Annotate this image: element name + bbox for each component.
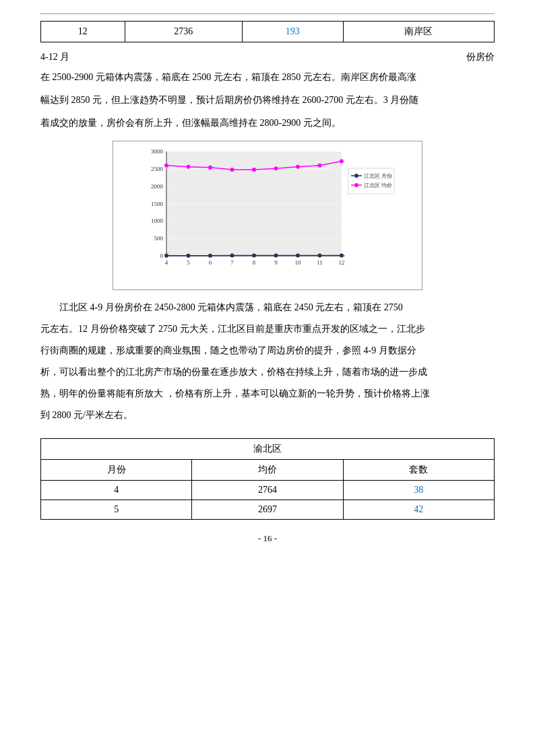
yubei-row1-price: 2764: [192, 481, 343, 500]
yubei-header-price: 均价: [192, 460, 343, 481]
yubei-row2-month: 5: [41, 500, 192, 520]
svg-text:江北区    月份: 江北区 月份: [364, 173, 392, 179]
para-jb5: 熟，明年的份量将能有所放大 ，价格有所上升，基本可以确立新的一轮升势，预计价格将…: [40, 384, 495, 403]
svg-point-28: [208, 254, 212, 258]
svg-point-37: [208, 166, 212, 170]
svg-text:12: 12: [339, 259, 345, 266]
yubei-section: 渝北区 月份 均价 套数 4 2764 38 5 2697 42: [40, 438, 495, 520]
svg-point-46: [354, 174, 358, 178]
svg-point-31: [274, 254, 278, 258]
svg-text:1000: 1000: [151, 217, 164, 224]
svg-point-30: [252, 254, 256, 258]
para-jb1: 江北区 4-9 月份房价在 2450-2800 元箱体内震荡，箱底在 2450 …: [40, 298, 495, 317]
svg-text:7: 7: [230, 259, 234, 266]
yubei-row2-count: 42: [343, 500, 494, 520]
yubei-header-count: 套数: [343, 460, 494, 481]
svg-point-29: [230, 254, 234, 258]
para2: 在 2500-2900 元箱体内震荡，箱底在 2500 元左右，箱顶在 2850…: [40, 68, 495, 87]
svg-text:江北区    均价: 江北区 均价: [364, 182, 392, 188]
para-jb2: 元左右。12 月份价格突破了 2750 元大关，江北区目前是重庆市重点开发的区域…: [40, 320, 495, 339]
svg-point-32: [296, 254, 300, 258]
svg-point-49: [354, 183, 358, 187]
svg-point-42: [318, 164, 322, 168]
para-jb3: 行街商圈的规建，形成重要的商业氛围，随之也带动了周边房价的提升，参照 4-9 月…: [40, 341, 495, 360]
svg-text:8: 8: [253, 259, 256, 266]
chart-svg: 3000 2500 2000 1500 1000 500 0 4 5 6 7 8…: [120, 148, 415, 269]
svg-point-26: [164, 254, 168, 258]
yubei-row2-price: 2697: [192, 500, 343, 520]
svg-text:6: 6: [209, 259, 212, 266]
svg-point-43: [340, 160, 344, 164]
chart-area: 3000 2500 2000 1500 1000 500 0 4 5 6 7 8…: [120, 148, 415, 269]
yubei-title: 渝北区: [41, 439, 495, 460]
para-jb4: 析，可以看出整个的江北房产市场的份量在逐步放大，价格在持续上升，随着市场的进一步…: [40, 363, 495, 382]
top-table: 12 2736 193 南岸区: [40, 21, 495, 42]
top-table-col1: 12: [41, 22, 125, 42]
svg-text:2500: 2500: [151, 166, 164, 172]
yubei-row1-count: 38: [343, 481, 494, 500]
top-divider: [40, 13, 495, 14]
page-number: - 16 -: [40, 533, 495, 544]
svg-text:4: 4: [165, 259, 168, 266]
svg-text:3000: 3000: [151, 148, 164, 155]
para1-right: 份房价: [466, 48, 495, 67]
yubei-row1-month: 4: [41, 481, 192, 500]
para1-left: 4-12 月: [40, 48, 69, 67]
para4: 着成交的放量，房价会有所上升，但涨幅最高维持在 2800-2900 元之间。: [40, 114, 495, 133]
svg-text:500: 500: [154, 235, 164, 242]
svg-text:2000: 2000: [151, 183, 164, 190]
yubei-header-month: 月份: [41, 460, 192, 481]
svg-point-34: [340, 253, 344, 257]
svg-text:5: 5: [187, 259, 190, 266]
svg-point-39: [252, 168, 256, 172]
svg-point-27: [187, 254, 191, 258]
para3: 幅达到 2850 元，但上涨趋势不明显，预计后期房价仍将维持在 2600-270…: [40, 91, 495, 110]
svg-point-35: [164, 164, 168, 168]
svg-point-40: [274, 166, 278, 170]
page: 12 2736 193 南岸区 4-12 月 份房价 在 2500-2900 元…: [0, 0, 535, 756]
svg-text:10: 10: [295, 259, 302, 266]
svg-point-33: [318, 253, 322, 257]
top-table-col2: 2736: [125, 22, 242, 42]
svg-point-38: [230, 168, 234, 172]
svg-text:9: 9: [274, 259, 278, 266]
svg-point-41: [296, 165, 300, 169]
svg-text:11: 11: [317, 259, 323, 266]
chart-container: 3000 2500 2000 1500 1000 500 0 4 5 6 7 8…: [113, 141, 422, 290]
svg-point-36: [187, 165, 191, 169]
yubei-table: 渝北区 月份 均价 套数 4 2764 38 5 2697 42: [40, 438, 495, 520]
svg-rect-44: [348, 168, 394, 194]
para-jb6: 到 2800 元/平米左右。: [40, 406, 495, 425]
svg-text:0: 0: [160, 252, 164, 259]
svg-text:1500: 1500: [151, 201, 164, 207]
top-table-col3: 193: [243, 22, 344, 42]
top-table-col4: 南岸区: [343, 22, 494, 42]
